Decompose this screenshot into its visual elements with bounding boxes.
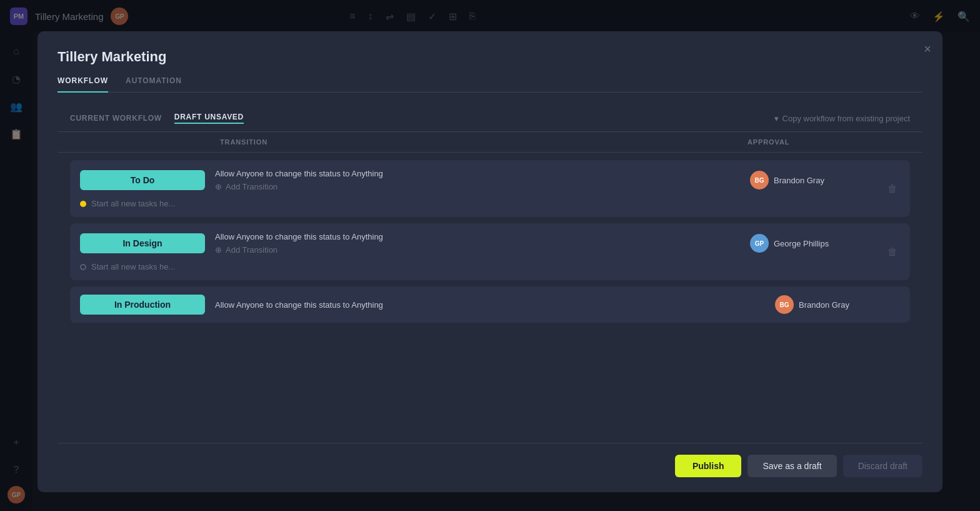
approver-avatar-indesign: GP bbox=[750, 234, 769, 253]
modal-title: Tillery Marketing bbox=[58, 49, 922, 65]
start-task-row-todo: Start all new tasks he... bbox=[80, 196, 875, 208]
transition-col-indesign: Allow Anyone to change this status to An… bbox=[215, 232, 740, 255]
chevron-down-icon: ▾ bbox=[774, 114, 779, 123]
save-draft-button[interactable]: Save as a draft bbox=[748, 455, 836, 477]
plus-circle-icon-indesign: ⊕ bbox=[215, 245, 222, 255]
approver-name-indesign: George Phillips bbox=[774, 239, 829, 248]
workflow-row-inproduction: In Production Allow Anyone to change thi… bbox=[70, 286, 910, 323]
workflow-row-indesign: In Design Allow Anyone to change this st… bbox=[70, 223, 910, 280]
close-button[interactable]: × bbox=[924, 43, 931, 55]
status-badge-indesign[interactable]: In Design bbox=[80, 233, 205, 253]
approver-avatar-todo: BG bbox=[750, 171, 769, 190]
panel-header: CURRENT WORKFLOW DRAFT UNSAVED ▾ Copy wo… bbox=[58, 105, 922, 132]
approval-col-inproduction: BG Brandon Gray bbox=[775, 295, 900, 314]
dot-yellow-icon bbox=[80, 201, 86, 207]
approval-col-todo: BG Brandon Gray bbox=[750, 171, 875, 190]
transition-col-inproduction: Allow Anyone to change this status to An… bbox=[215, 300, 765, 310]
col-approval-header: APPROVAL bbox=[748, 138, 885, 146]
workflow-rows: To Do Allow Anyone to change this status… bbox=[58, 153, 922, 443]
publish-button[interactable]: Publish bbox=[675, 455, 742, 477]
add-transition-button-indesign[interactable]: ⊕ Add Transition bbox=[215, 245, 740, 255]
transition-text-todo: Allow Anyone to change this status to An… bbox=[215, 169, 740, 178]
start-tasks-label-indesign: Start all new tasks he... bbox=[91, 262, 175, 271]
workflow-row-todo: To Do Allow Anyone to change this status… bbox=[70, 160, 910, 217]
modal-footer: Publish Save as a draft Discard draft bbox=[58, 443, 922, 477]
approval-col-indesign: GP George Phillips bbox=[750, 234, 875, 253]
panel-tab-draft[interactable]: DRAFT UNSAVED bbox=[174, 113, 244, 124]
copy-workflow-label: Copy workflow from existing project bbox=[782, 114, 910, 123]
tab-automation[interactable]: AUTOMATION bbox=[126, 76, 182, 93]
copy-workflow-button[interactable]: ▾ Copy workflow from existing project bbox=[774, 114, 910, 123]
discard-draft-button[interactable]: Discard draft bbox=[843, 455, 922, 477]
approver-name-inproduction: Brandon Gray bbox=[799, 300, 849, 310]
add-transition-label-indesign: Add Transition bbox=[226, 245, 278, 255]
plus-circle-icon-todo: ⊕ bbox=[215, 182, 222, 191]
delete-button-indesign[interactable]: 🗑 bbox=[885, 244, 900, 260]
modal-tabs: WORKFLOW AUTOMATION bbox=[58, 76, 922, 93]
transition-text-indesign: Allow Anyone to change this status to An… bbox=[215, 232, 740, 241]
panel-tab-current[interactable]: CURRENT WORKFLOW bbox=[70, 114, 162, 123]
approver-avatar-inproduction: BG bbox=[775, 295, 794, 314]
transition-text-inproduction: Allow Anyone to change this status to An… bbox=[215, 300, 765, 310]
dot-gray-icon-indesign bbox=[80, 264, 86, 270]
start-task-row-indesign: Start all new tasks he... bbox=[80, 260, 875, 271]
approver-name-todo: Brandon Gray bbox=[774, 176, 824, 185]
column-headers: TRANSITION APPROVAL bbox=[58, 132, 922, 153]
add-transition-label-todo: Add Transition bbox=[226, 182, 278, 191]
transition-col-todo: Allow Anyone to change this status to An… bbox=[215, 169, 740, 191]
workflow-modal: × Tillery Marketing WORKFLOW AUTOMATION … bbox=[38, 31, 942, 492]
tab-workflow[interactable]: WORKFLOW bbox=[58, 76, 108, 93]
status-badge-inproduction[interactable]: In Production bbox=[80, 295, 205, 315]
status-badge-todo[interactable]: To Do bbox=[80, 170, 205, 190]
add-transition-button-todo[interactable]: ⊕ Add Transition bbox=[215, 182, 740, 191]
delete-button-todo[interactable]: 🗑 bbox=[885, 181, 900, 197]
col-transition-header: TRANSITION bbox=[220, 138, 748, 146]
workflow-panel: CURRENT WORKFLOW DRAFT UNSAVED ▾ Copy wo… bbox=[58, 105, 922, 477]
start-tasks-label-todo: Start all new tasks he... bbox=[91, 199, 175, 208]
